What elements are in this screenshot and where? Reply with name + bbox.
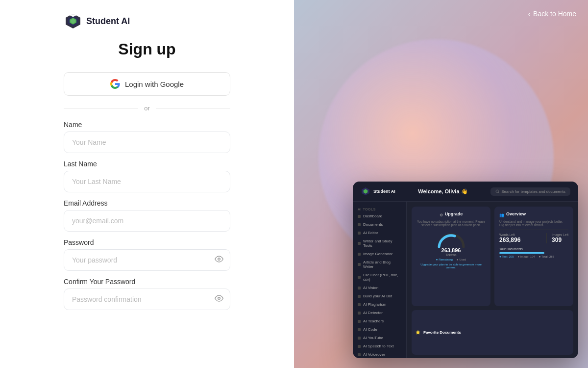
- mockup-overview-sub: Understand and manage your projects bett…: [499, 220, 568, 227]
- mockup-sidebar-item-code: AI Code: [353, 325, 406, 334]
- mockup-sidebar-item-youtube: AI YouTube: [353, 334, 406, 342]
- mockup-logo-icon: [361, 186, 370, 196]
- mockup-sidebar-item-image: Image Generator: [353, 250, 406, 258]
- google-icon: [110, 79, 120, 89]
- mockup-content: ⚙ Upgrade You have no subscription at th…: [407, 202, 578, 358]
- mockup-favorites-card: ⭐ Favorite Documents: [412, 310, 573, 355]
- mockup-sidebar-item-vision: AI Vision: [353, 284, 406, 292]
- password-field-group: Password: [64, 238, 230, 271]
- student-ai-logo-icon: [64, 12, 82, 30]
- left-panel: Student AI Sign up Login with Google or …: [0, 0, 294, 368]
- mockup-tokens-label: Tokens: [445, 253, 456, 257]
- mockup-sidebar-item-dashboard: Dashboard: [353, 212, 406, 220]
- mockup-search-placeholder: Search for templates and documents: [501, 189, 565, 194]
- images-left-value: 309: [552, 237, 568, 243]
- svg-point-10: [496, 190, 498, 192]
- logo-area: Student AI: [64, 0, 230, 40]
- lastname-input[interactable]: [64, 171, 230, 192]
- password-label: Password: [64, 238, 230, 246]
- confirm-password-label: Confirm Your Password: [64, 278, 230, 286]
- email-field-group: Email Address: [64, 199, 230, 232]
- mockup-logo-text: Student AI: [373, 189, 395, 194]
- mockup-sidebar-item-filechat: File Chat (PDF, doc, csv): [353, 271, 406, 284]
- used-label: Used: [459, 258, 466, 261]
- mockup-sidebar-item-speech: AI Speech to Text: [353, 342, 406, 350]
- back-to-home-link[interactable]: ‹ Back to Home: [528, 10, 576, 18]
- confirm-password-input[interactable]: [64, 289, 230, 310]
- name-label: Name: [64, 121, 230, 129]
- mockup-sidebar-item-plagiarism: AI Plagiarism: [353, 300, 406, 309]
- back-chevron-icon: ‹: [528, 10, 530, 18]
- divider-line-right: [156, 108, 230, 108]
- password-input-wrapper: [64, 249, 230, 271]
- mockup-sidebar-section: AI TOOLS: [353, 206, 406, 212]
- mockup-upgrade-sub: You have no subscription at the moment. …: [416, 220, 486, 227]
- mockup-body: AI TOOLS Dashboard Documents AI Editor W…: [353, 202, 578, 358]
- svg-line-11: [498, 192, 499, 193]
- mockup-sidebar-item-voiceover: AI Voiceover: [353, 350, 406, 358]
- email-input-wrapper: [64, 210, 230, 232]
- lastname-label: Last Name: [64, 160, 230, 168]
- google-login-button[interactable]: Login with Google: [64, 72, 230, 96]
- confirm-password-field-group: Confirm Your Password: [64, 278, 230, 310]
- right-panel: ‹ Back to Home Student AI Welcome, Olivi…: [294, 0, 588, 368]
- mockup-sidebar-item-article: Article and Blog Writer: [353, 258, 406, 271]
- mockup-sidebar-item-writer: Writer and Study Tools: [353, 237, 406, 250]
- mockup-welcome: Welcome, Olivia 👋: [418, 188, 467, 195]
- divider-text: or: [144, 105, 150, 112]
- confirm-password-toggle-icon[interactable]: [215, 294, 223, 305]
- name-input[interactable]: [64, 131, 230, 153]
- email-label: Email Address: [64, 199, 230, 207]
- mockup-sidebar-item-documents: Documents: [353, 220, 406, 229]
- remaining-label: Remaining: [439, 258, 453, 261]
- dashboard-mockup: Student AI Welcome, Olivia 👋 Search for …: [353, 182, 578, 358]
- mockup-sidebar-item-aibot: Build your AI Bot: [353, 292, 406, 300]
- email-input[interactable]: [64, 210, 230, 232]
- mockup-tokens-number: 263,896: [441, 247, 461, 253]
- back-to-home-label: Back to Home: [533, 10, 576, 18]
- images-left-label: Images Left: [552, 233, 568, 237]
- name-field-group: Name: [64, 121, 230, 153]
- password-toggle-icon[interactable]: [215, 255, 223, 265]
- mockup-sidebar-item-detector: AI Detector: [353, 309, 406, 317]
- lastname-input-wrapper: [64, 171, 230, 192]
- upgrade-cta: Upgrade your plan to be able to generate…: [416, 263, 486, 269]
- page-title: Sign up: [64, 40, 230, 58]
- documents-title: Your Documents: [499, 247, 568, 251]
- favorite-title: Favorite Documents: [423, 330, 461, 335]
- logo-text: Student AI: [86, 16, 130, 26]
- mockup-upgrade-title: Upgrade: [445, 211, 463, 216]
- mockup-overview-title: Overview: [506, 211, 526, 216]
- lastname-field-group: Last Name: [64, 160, 230, 192]
- words-left-label: Words Left: [499, 233, 520, 237]
- password-input[interactable]: [64, 249, 230, 271]
- mockup-topbar: Student AI Welcome, Olivia 👋 Search for …: [353, 182, 578, 202]
- svg-point-7: [218, 297, 220, 300]
- mockup-sidebar: AI TOOLS Dashboard Documents AI Editor W…: [353, 202, 407, 358]
- mockup-sidebar-item-aieditor: AI Editor: [353, 229, 406, 237]
- mockup-search: Search for templates and documents: [490, 187, 570, 196]
- divider-line-left: [64, 108, 138, 108]
- mockup-sidebar-item-teachers: AI Teachers: [353, 317, 406, 325]
- mockup-gauge-svg: [434, 230, 468, 249]
- mockup-overview-card: 👥 Overview Understand and manage your pr…: [494, 207, 573, 306]
- mockup-logo-area: Student AI: [361, 186, 395, 196]
- mockup-upgrade-card: ⚙ Upgrade You have no subscription at th…: [412, 207, 490, 306]
- words-left-value: 263,896: [499, 237, 520, 243]
- svg-point-6: [218, 258, 220, 261]
- mockup-search-icon: [495, 189, 499, 193]
- google-button-label: Login with Google: [125, 80, 184, 88]
- name-input-wrapper: [64, 131, 230, 153]
- confirm-password-input-wrapper: [64, 289, 230, 310]
- divider-row: or: [64, 105, 230, 112]
